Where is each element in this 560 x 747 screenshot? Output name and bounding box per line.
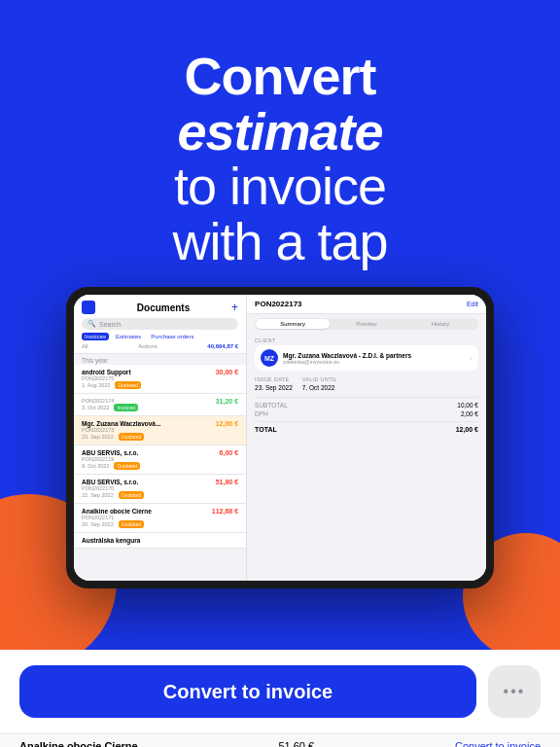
dates-row: ISSUE DATE 23. Sep 2022 VALID UNTIL 7. O… <box>255 376 478 391</box>
bottom-action-bar: Convert to invoice ••• Analkine obocie C… <box>0 650 560 747</box>
totals-section: SUBTOTAL 10,00 € DPH 2,00 € TOTAL 12,00 … <box>255 402 478 433</box>
total-label: TOTAL <box>255 426 277 433</box>
document-list: android Support PON2022175 1. Aug 2022 O… <box>74 365 246 581</box>
valid-until-block: VALID UNTIL 7. Oct 2022 <box>302 376 337 391</box>
action-buttons-row: Convert to invoice ••• <box>0 650 560 733</box>
right-panel: PON2022173 Edit Summary Preview History … <box>247 295 486 581</box>
client-name: Mgr. Zuzana Waczlavová - Z.D.I. & partne… <box>283 352 411 359</box>
detail-content: CLIENT MZ Mgr. Zuzana Waczlavová - Z.D.I… <box>247 334 486 581</box>
dots-icon: ••• <box>504 683 526 700</box>
total-value: 12,00 € <box>456 426 478 433</box>
tab-summary[interactable]: Summary <box>256 319 330 329</box>
list-item[interactable]: PON2022174 3. Oct 2022 Invoiced 31,20 € <box>74 394 246 416</box>
divider <box>255 397 478 398</box>
hint-amount: 51,60 € <box>278 740 314 747</box>
status-badge: Outdated <box>119 491 145 499</box>
hint-row: Analkine obocie Cierne 51,60 € Convert t… <box>0 733 560 747</box>
search-placeholder: Search <box>99 321 121 328</box>
hero-line1: Convert estimate <box>29 49 531 159</box>
left-panel: Documents + 🔍 Search Invoices Estimates … <box>74 295 247 581</box>
list-item[interactable]: android Support PON2022175 1. Aug 2022 O… <box>74 365 246 394</box>
list-item[interactable]: Austrálska kengura <box>74 533 246 549</box>
search-icon: 🔍 <box>88 320 96 328</box>
client-info: Mgr. Zuzana Waczlavová - Z.D.I. & partne… <box>283 352 411 365</box>
device-mockup: Documents + 🔍 Search Invoices Estimates … <box>66 287 494 588</box>
device-frame: Documents + 🔍 Search Invoices Estimates … <box>66 287 494 588</box>
valid-until-label: VALID UNTIL <box>302 376 337 382</box>
grand-total: 40,664,87 € <box>207 343 238 349</box>
client-email: zdelenka@invovoice.eu <box>283 359 411 365</box>
divider <box>255 421 478 422</box>
subtotal-row: SUBTOTAL 10,00 € <box>255 402 478 409</box>
year-label: This year <box>74 354 246 365</box>
hint-client-name: Analkine obocie Cierne <box>19 740 138 747</box>
client-row[interactable]: MZ Mgr. Zuzana Waczlavová - Z.D.I. & par… <box>255 345 478 371</box>
dph-label: DPH <box>255 410 268 417</box>
client-section-label: CLIENT <box>255 338 478 343</box>
list-item[interactable]: ABU SERVIS, s.r.o. PON2022119 9. Oct 202… <box>74 445 246 475</box>
document-number: PON2022173 <box>255 300 301 308</box>
dph-row: DPH 2,00 € <box>255 410 478 417</box>
subtotal-label: SUBTOTAL <box>255 402 288 409</box>
dph-value: 2,00 € <box>461 410 478 417</box>
device-screen: Documents + 🔍 Search Invoices Estimates … <box>74 295 486 581</box>
valid-until-value: 7. Oct 2022 <box>302 384 337 391</box>
add-button[interactable]: + <box>231 301 238 314</box>
hint-convert-link[interactable]: Convert to invoice <box>455 740 541 747</box>
avatar: MZ <box>261 349 278 367</box>
status-badge: Outdated <box>119 520 145 528</box>
status-badge: Outdated <box>115 381 141 389</box>
app-logo <box>82 301 95 314</box>
hero-section: Convert estimate to invoice with a tap <box>0 29 560 289</box>
total-row: TOTAL 12,00 € <box>255 426 478 433</box>
subtotal-value: 10,00 € <box>457 402 478 409</box>
edit-button[interactable]: Edit <box>467 301 478 307</box>
list-item[interactable]: Analkine obocie Cierne PON2022171 20. Se… <box>74 504 246 533</box>
hero-line3: to invoice with a tap <box>29 159 531 268</box>
tab-invoices[interactable]: Invoices <box>82 333 109 340</box>
chevron-right-icon: › <box>470 354 472 363</box>
convert-to-invoice-button[interactable]: Convert to invoice <box>19 665 476 718</box>
status-badge: Outdated <box>119 433 145 441</box>
issue-date-value: 23. Sep 2022 <box>255 384 293 391</box>
actions-label[interactable]: Actions <box>138 343 158 349</box>
right-panel-header: PON2022173 Edit <box>247 295 486 314</box>
tab-preview[interactable]: Preview <box>330 319 403 329</box>
list-item-selected[interactable]: Mgr. Zuzana Waczlavová... PON2022173 23.… <box>74 416 246 445</box>
issue-date-block: ISSUE DATE 23. Sep 2022 <box>255 376 293 391</box>
tab-purchase-orders[interactable]: Purchase orders <box>148 333 196 340</box>
tab-estimates[interactable]: Estimates <box>113 333 144 340</box>
status-badge: Invoiced <box>114 404 138 411</box>
filter-label[interactable]: All <box>82 343 88 349</box>
status-badge: Outdated <box>114 462 140 470</box>
tab-history[interactable]: History <box>403 319 477 329</box>
search-bar[interactable]: 🔍 Search <box>82 318 238 330</box>
issue-date-label: ISSUE DATE <box>255 376 293 382</box>
left-panel-header: Documents + 🔍 Search Invoices Estimates … <box>74 295 246 354</box>
left-panel-title: Documents <box>137 302 190 313</box>
detail-tabs: Summary Preview History <box>255 318 478 330</box>
document-tabs: Invoices Estimates Purchase orders <box>82 333 238 340</box>
more-options-button[interactable]: ••• <box>488 665 541 718</box>
list-item[interactable]: ABU SERVIS, s.r.o. PON2022170 22. Sep 20… <box>74 475 246 504</box>
